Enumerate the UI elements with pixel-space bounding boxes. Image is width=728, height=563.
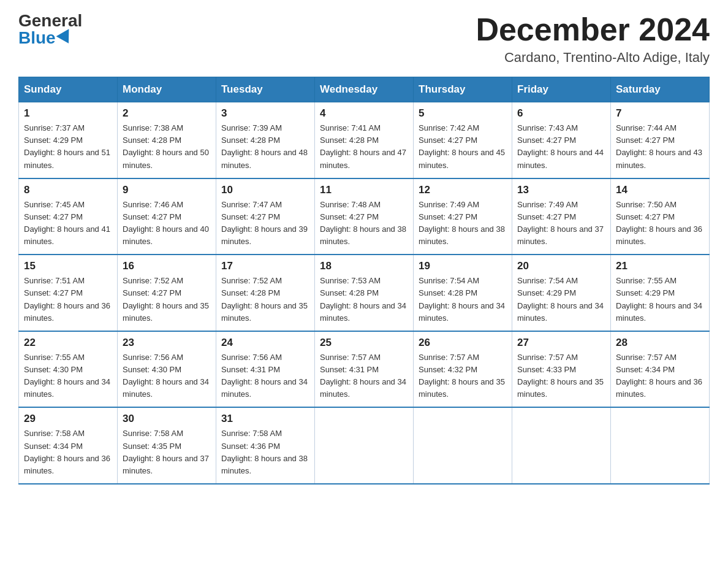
- col-wednesday: Wednesday: [315, 77, 414, 102]
- day-number: 7: [616, 107, 704, 120]
- day-detail: Sunrise: 7:39 AMSunset: 4:28 PMDaylight:…: [221, 123, 308, 169]
- calendar-cell: 25 Sunrise: 7:57 AMSunset: 4:31 PMDaylig…: [315, 331, 414, 408]
- day-detail: Sunrise: 7:58 AMSunset: 4:35 PMDaylight:…: [123, 429, 209, 475]
- day-detail: Sunrise: 7:58 AMSunset: 4:34 PMDaylight:…: [24, 429, 110, 475]
- day-number: 1: [24, 107, 112, 120]
- day-number: 6: [517, 107, 605, 120]
- calendar-cell: 20 Sunrise: 7:54 AMSunset: 4:29 PMDaylig…: [512, 255, 611, 331]
- calendar-cell: 19 Sunrise: 7:54 AMSunset: 4:28 PMDaylig…: [414, 255, 512, 331]
- calendar-cell: 21 Sunrise: 7:55 AMSunset: 4:29 PMDaylig…: [611, 255, 710, 331]
- day-number: 21: [616, 260, 704, 272]
- calendar-cell: 12 Sunrise: 7:49 AMSunset: 4:27 PMDaylig…: [414, 178, 512, 255]
- day-detail: Sunrise: 7:41 AMSunset: 4:28 PMDaylight:…: [320, 123, 406, 169]
- day-number: 25: [320, 337, 408, 349]
- day-number: 26: [419, 337, 507, 349]
- calendar-cell: 15 Sunrise: 7:51 AMSunset: 4:27 PMDaylig…: [19, 255, 118, 331]
- calendar-cell: 9 Sunrise: 7:46 AMSunset: 4:27 PMDayligh…: [118, 178, 216, 255]
- day-detail: Sunrise: 7:55 AMSunset: 4:30 PMDaylight:…: [24, 353, 110, 399]
- calendar-header: Sunday Monday Tuesday Wednesday Thursday…: [19, 77, 710, 102]
- day-detail: Sunrise: 7:37 AMSunset: 4:29 PMDaylight:…: [24, 123, 110, 169]
- title-area: December 2024 Cardano, Trentino-Alto Adi…: [476, 12, 710, 66]
- calendar-cell: 23 Sunrise: 7:56 AMSunset: 4:30 PMDaylig…: [118, 331, 216, 408]
- calendar-cell: 10 Sunrise: 7:47 AMSunset: 4:27 PMDaylig…: [216, 178, 315, 255]
- calendar-cell: 16 Sunrise: 7:52 AMSunset: 4:27 PMDaylig…: [118, 255, 216, 331]
- day-number: 24: [221, 337, 309, 349]
- calendar-cell: 7 Sunrise: 7:44 AMSunset: 4:27 PMDayligh…: [611, 102, 710, 178]
- day-number: 22: [24, 337, 112, 349]
- day-number: 9: [123, 184, 211, 196]
- day-detail: Sunrise: 7:57 AMSunset: 4:34 PMDaylight:…: [616, 353, 702, 399]
- calendar-cell: 30 Sunrise: 7:58 AMSunset: 4:35 PMDaylig…: [118, 407, 216, 484]
- day-number: 16: [123, 260, 211, 272]
- calendar-table: Sunday Monday Tuesday Wednesday Thursday…: [18, 77, 710, 484]
- day-detail: Sunrise: 7:56 AMSunset: 4:30 PMDaylight:…: [123, 353, 209, 399]
- day-number: 20: [517, 260, 605, 272]
- calendar-cell: 14 Sunrise: 7:50 AMSunset: 4:27 PMDaylig…: [611, 178, 710, 255]
- calendar-cell: 28 Sunrise: 7:57 AMSunset: 4:34 PMDaylig…: [611, 331, 710, 408]
- calendar-cell: 18 Sunrise: 7:53 AMSunset: 4:28 PMDaylig…: [315, 255, 414, 331]
- calendar-week-row: 29 Sunrise: 7:58 AMSunset: 4:34 PMDaylig…: [19, 407, 710, 484]
- day-number: 28: [616, 337, 704, 349]
- calendar-cell: 22 Sunrise: 7:55 AMSunset: 4:30 PMDaylig…: [19, 331, 118, 408]
- day-number: 18: [320, 260, 408, 272]
- day-number: 29: [24, 413, 112, 425]
- day-detail: Sunrise: 7:57 AMSunset: 4:32 PMDaylight:…: [419, 353, 505, 399]
- calendar-body: 1 Sunrise: 7:37 AMSunset: 4:29 PMDayligh…: [19, 102, 710, 484]
- day-detail: Sunrise: 7:53 AMSunset: 4:28 PMDaylight:…: [320, 276, 406, 322]
- calendar-cell: 3 Sunrise: 7:39 AMSunset: 4:28 PMDayligh…: [216, 102, 315, 178]
- day-detail: Sunrise: 7:44 AMSunset: 4:27 PMDaylight:…: [616, 123, 702, 169]
- calendar-cell: 17 Sunrise: 7:52 AMSunset: 4:28 PMDaylig…: [216, 255, 315, 331]
- day-detail: Sunrise: 7:51 AMSunset: 4:27 PMDaylight:…: [24, 276, 110, 322]
- day-detail: Sunrise: 7:54 AMSunset: 4:28 PMDaylight:…: [419, 276, 505, 322]
- day-detail: Sunrise: 7:49 AMSunset: 4:27 PMDaylight:…: [419, 200, 505, 246]
- day-number: 31: [221, 413, 309, 425]
- col-tuesday: Tuesday: [216, 77, 315, 102]
- calendar-cell: 2 Sunrise: 7:38 AMSunset: 4:28 PMDayligh…: [118, 102, 216, 178]
- calendar-cell: 6 Sunrise: 7:43 AMSunset: 4:27 PMDayligh…: [512, 102, 611, 178]
- col-friday: Friday: [512, 77, 611, 102]
- calendar-cell: 4 Sunrise: 7:41 AMSunset: 4:28 PMDayligh…: [315, 102, 414, 178]
- day-number: 30: [123, 413, 211, 425]
- day-detail: Sunrise: 7:48 AMSunset: 4:27 PMDaylight:…: [320, 200, 406, 246]
- day-number: 11: [320, 184, 408, 196]
- day-detail: Sunrise: 7:52 AMSunset: 4:27 PMDaylight:…: [123, 276, 209, 322]
- day-number: 5: [419, 107, 507, 120]
- day-detail: Sunrise: 7:54 AMSunset: 4:29 PMDaylight:…: [517, 276, 604, 322]
- calendar-week-row: 1 Sunrise: 7:37 AMSunset: 4:29 PMDayligh…: [19, 102, 710, 178]
- month-title: December 2024: [476, 12, 710, 47]
- day-number: 4: [320, 107, 408, 120]
- day-detail: Sunrise: 7:58 AMSunset: 4:36 PMDaylight:…: [221, 429, 308, 475]
- day-number: 12: [419, 184, 507, 196]
- logo-general-text: General: [18, 12, 82, 29]
- calendar-cell: 24 Sunrise: 7:56 AMSunset: 4:31 PMDaylig…: [216, 331, 315, 408]
- calendar-cell: 27 Sunrise: 7:57 AMSunset: 4:33 PMDaylig…: [512, 331, 611, 408]
- calendar-week-row: 22 Sunrise: 7:55 AMSunset: 4:30 PMDaylig…: [19, 331, 710, 408]
- calendar-cell: [611, 407, 710, 484]
- col-monday: Monday: [118, 77, 216, 102]
- day-detail: Sunrise: 7:50 AMSunset: 4:27 PMDaylight:…: [616, 200, 702, 246]
- day-detail: Sunrise: 7:47 AMSunset: 4:27 PMDaylight:…: [221, 200, 308, 246]
- day-detail: Sunrise: 7:38 AMSunset: 4:28 PMDaylight:…: [123, 123, 209, 169]
- col-sunday: Sunday: [19, 77, 118, 102]
- day-number: 19: [419, 260, 507, 272]
- calendar-week-row: 8 Sunrise: 7:45 AMSunset: 4:27 PMDayligh…: [19, 178, 710, 255]
- calendar-cell: 31 Sunrise: 7:58 AMSunset: 4:36 PMDaylig…: [216, 407, 315, 484]
- day-detail: Sunrise: 7:56 AMSunset: 4:31 PMDaylight:…: [221, 353, 308, 399]
- calendar-cell: 11 Sunrise: 7:48 AMSunset: 4:27 PMDaylig…: [315, 178, 414, 255]
- day-number: 17: [221, 260, 309, 272]
- day-number: 13: [517, 184, 605, 196]
- day-detail: Sunrise: 7:45 AMSunset: 4:27 PMDaylight:…: [24, 200, 110, 246]
- day-detail: Sunrise: 7:57 AMSunset: 4:31 PMDaylight:…: [320, 353, 406, 399]
- day-detail: Sunrise: 7:55 AMSunset: 4:29 PMDaylight:…: [616, 276, 702, 322]
- logo: General Blue: [18, 12, 82, 47]
- day-number: 27: [517, 337, 605, 349]
- day-number: 3: [221, 107, 309, 120]
- day-number: 10: [221, 184, 309, 196]
- calendar-week-row: 15 Sunrise: 7:51 AMSunset: 4:27 PMDaylig…: [19, 255, 710, 331]
- day-detail: Sunrise: 7:43 AMSunset: 4:27 PMDaylight:…: [517, 123, 604, 169]
- day-number: 8: [24, 184, 112, 196]
- calendar-cell: 5 Sunrise: 7:42 AMSunset: 4:27 PMDayligh…: [414, 102, 512, 178]
- day-detail: Sunrise: 7:42 AMSunset: 4:27 PMDaylight:…: [419, 123, 505, 169]
- col-thursday: Thursday: [414, 77, 512, 102]
- day-detail: Sunrise: 7:49 AMSunset: 4:27 PMDaylight:…: [517, 200, 604, 246]
